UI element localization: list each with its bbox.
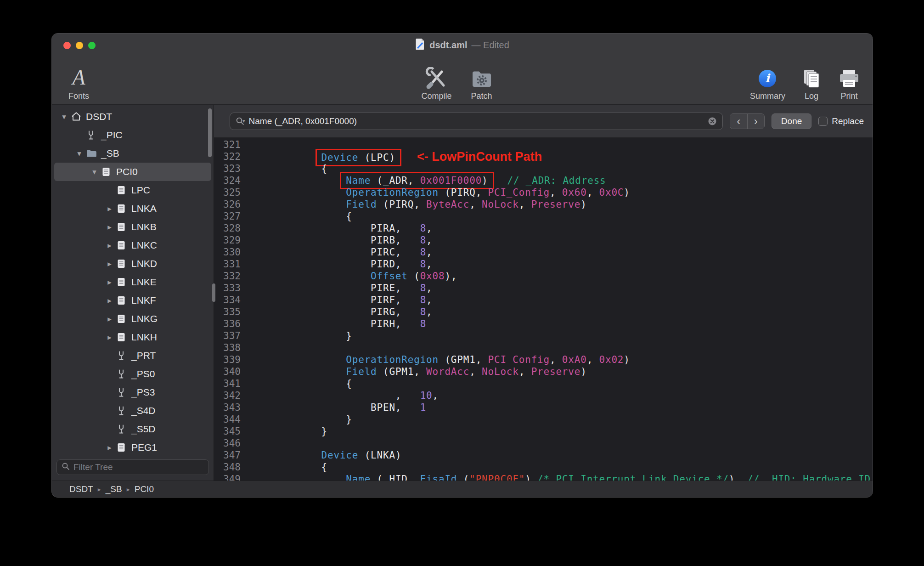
tree-item-LNKE[interactable]: ▸LNKE (54, 273, 211, 291)
code-segment (272, 175, 346, 186)
method-icon (116, 368, 130, 379)
breadcrumb-item[interactable]: _SB (106, 484, 122, 494)
code-text: , 10, (272, 390, 439, 402)
log-pages-icon (801, 64, 822, 89)
filter-field[interactable] (56, 459, 209, 475)
minimize-button[interactable] (76, 42, 83, 49)
tree-item-_PS0[interactable]: _PS0 (54, 365, 211, 383)
code-line: 323 { (214, 163, 873, 175)
log-button[interactable]: Log (801, 64, 822, 104)
tree[interactable]: ▾DSDT_PIC▾_SB▾PCI0LPC▸LNKA▸LNKB▸LNKC▸LNK… (52, 105, 214, 456)
code-segment: // _HID: Hardware ID (747, 474, 871, 481)
compile-button[interactable]: Compile (422, 64, 452, 104)
disclosure-closed-icon[interactable]: ▸ (103, 241, 116, 250)
tree-item-_S4D[interactable]: _S4D (54, 402, 211, 420)
tree-item-DSDT[interactable]: ▾DSDT (54, 108, 211, 126)
code-segment: ( (457, 474, 469, 481)
code-segment: 8 (420, 247, 426, 258)
method-icon (116, 424, 130, 435)
disclosure-open-icon[interactable]: ▾ (58, 112, 70, 122)
line-number: 326 (214, 198, 242, 210)
sidebar-scrollbar-thumb[interactable] (208, 108, 212, 157)
tree-item-LNKA[interactable]: ▸LNKA (54, 199, 211, 218)
search-menu-icon[interactable]: ▾ (236, 117, 245, 125)
tree-item-LNKF[interactable]: ▸LNKF (54, 291, 211, 310)
find-input[interactable] (249, 116, 704, 126)
code-line: 329 PIRB, 8, (214, 234, 873, 246)
code-text: Name (_HID, EisaId ("PNP0C0F") /* PCI In… (272, 473, 871, 481)
code-text: } (272, 330, 352, 342)
printer-icon (838, 64, 861, 89)
tree-item-LNKH[interactable]: ▸LNKH (54, 328, 211, 346)
line-number: 335 (214, 306, 242, 318)
tree-item-PEG1[interactable]: ▸PEG1 (54, 438, 211, 456)
disclosure-closed-icon[interactable]: ▸ (103, 296, 116, 306)
tree-item-_PRT[interactable]: _PRT (54, 346, 211, 365)
code-editor[interactable]: 321322 Device (LPC)<- LowPinCount Path32… (214, 138, 873, 481)
splitter-handle[interactable] (212, 283, 215, 302)
path-bar: DSDT▸_SB▸PCI0 (52, 481, 873, 497)
filter-tree-input[interactable] (73, 462, 204, 472)
tree-item-LNKC[interactable]: ▸LNKC (54, 236, 211, 255)
summary-button[interactable]: i Summary (750, 64, 785, 104)
print-button[interactable]: Print (838, 64, 861, 104)
line-number: 349 (214, 473, 242, 481)
code-line: 334 PIRF, 8, (214, 294, 873, 306)
line-number: 336 (214, 318, 242, 330)
code-segment: { (272, 378, 352, 389)
tree-item-label: LNKA (131, 203, 157, 214)
code-segment: PIRF, (272, 294, 420, 306)
code-segment: { (272, 211, 352, 222)
find-previous-button[interactable]: ‹ (730, 114, 747, 129)
title-bar[interactable]: dsdt.aml — Edited (52, 34, 873, 57)
code-segment: 0x001F0000 (420, 175, 482, 186)
find-next-button[interactable]: › (747, 114, 764, 129)
tree-item-label: PEG1 (131, 442, 157, 453)
tree-item-label: _PIC (101, 130, 123, 141)
code-segment: (GPM1, (377, 366, 427, 377)
breadcrumb-item[interactable]: PCI0 (135, 484, 154, 494)
line-number: 347 (214, 449, 242, 461)
tree-item-LNKB[interactable]: ▸LNKB (54, 218, 211, 236)
tree-item-LNKG[interactable]: ▸LNKG (54, 310, 211, 328)
code-segment: , (426, 235, 432, 246)
disclosure-closed-icon[interactable]: ▸ (103, 277, 116, 287)
search-field[interactable]: ▾ (230, 113, 723, 130)
close-button[interactable] (63, 42, 71, 49)
patch-button[interactable]: Patch (470, 64, 493, 104)
code-segment: (LNKA) (358, 450, 401, 461)
tree-item-label: LNKH (131, 332, 157, 343)
tree-item-_PIC[interactable]: _PIC (54, 126, 211, 144)
tree-item-_PS3[interactable]: _PS3 (54, 383, 211, 402)
code-segment (272, 187, 346, 198)
disclosure-closed-icon[interactable]: ▸ (103, 222, 116, 232)
disclosure-closed-icon[interactable]: ▸ (103, 204, 116, 214)
code-segment: Preserve (531, 366, 581, 377)
tree-item-PCI0[interactable]: ▾PCI0 (54, 163, 211, 181)
line-number: 322 (214, 151, 242, 163)
device-icon (116, 185, 130, 196)
code-line: 342 , 10, (214, 390, 873, 402)
zoom-button[interactable] (88, 42, 96, 49)
tree-item-_S5D[interactable]: _S5D (54, 420, 211, 438)
code-text: OperationRegion (GPM1, PCI_Config, 0xA0,… (272, 354, 630, 366)
breadcrumb-item[interactable]: DSDT (69, 484, 93, 494)
disclosure-closed-icon[interactable]: ▸ (103, 443, 116, 453)
tree-item-LPC[interactable]: LPC (54, 181, 211, 199)
clear-search-icon[interactable] (708, 117, 717, 126)
disclosure-open-icon[interactable]: ▾ (73, 149, 85, 158)
code-segment (272, 199, 346, 210)
device-icon (116, 332, 130, 343)
code-segment: } (272, 426, 327, 437)
disclosure-closed-icon[interactable]: ▸ (103, 333, 116, 342)
fonts-button[interactable]: A Fonts (68, 64, 89, 104)
tree-item-LNKD[interactable]: ▸LNKD (54, 255, 211, 273)
tree-item-label: _PRT (131, 350, 156, 361)
replace-checkbox[interactable] (818, 117, 828, 126)
disclosure-closed-icon[interactable]: ▸ (103, 314, 116, 324)
code-segment: (PIRQ, (377, 199, 427, 210)
disclosure-closed-icon[interactable]: ▸ (103, 259, 116, 269)
done-button[interactable]: Done (772, 113, 811, 129)
tree-item-_SB[interactable]: ▾_SB (54, 144, 211, 163)
disclosure-open-icon[interactable]: ▾ (88, 167, 101, 177)
